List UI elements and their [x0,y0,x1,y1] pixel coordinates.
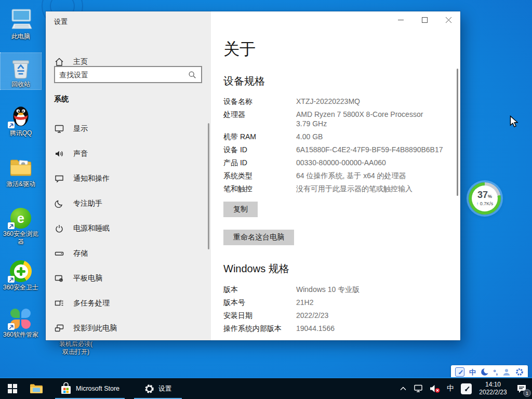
taskbar-microsoft-store[interactable]: Microsoft Store [54,378,126,399]
spec-row: 笔和触控没有可用于此显示器的笔或触控输入 [223,184,447,193]
shortcut-arrow-icon [8,323,15,330]
sidebar-scrollbar[interactable] [208,123,209,249]
sidebar-nav: 显示 声音 通知和操作 专注助手 电源和睡眠 [46,116,211,341]
device-spec-title: 设备规格 [223,74,265,88]
tray-date: 2022/2/23 [479,389,507,396]
taskbar-app-label: Microsoft Store [76,385,119,392]
shortcut-arrow-icon [8,222,15,229]
sound-icon [54,149,64,159]
settings-window: 设置 主页 系统 显示 [46,11,460,340]
tray-chevron-up[interactable] [395,378,411,399]
spec-row: 设备 ID6A15880F-C4E2-47F9-BF59-F4B8890B6B1… [223,145,447,154]
spec-row: 版本号21H2 [223,298,447,307]
ime-moon-icon[interactable] [481,368,489,376]
start-button[interactable] [0,378,25,399]
desktop-icon-360-browser[interactable]: e 360安全浏览器 [1,205,41,246]
taskbar-app-label: 设置 [158,384,171,393]
tray-ime-speed-icon[interactable] [458,378,475,399]
minimize-button[interactable] [389,11,413,28]
desktop-icon-360-software-manager[interactable]: 360软件管家 [1,305,41,339]
spec-row: 版本Windows 10 专业版 [223,285,447,294]
sidebar-item-focus-assist[interactable]: 专注助手 [46,191,211,216]
taskbar: Microsoft Store 设置 [0,377,532,399]
taskbar-settings[interactable]: 设置 [133,378,183,399]
sidebar-item-label: 主页 [73,57,88,66]
multitasking-icon [54,298,64,309]
search-icon[interactable] [188,70,197,79]
desktop-icon-activate-folder[interactable]: 激活&驱动 [1,155,41,188]
ime-settings-gear-icon[interactable] [515,368,524,376]
360-software-manager-icon [1,305,41,329]
windows-spec-title: Windows 规格 [223,262,289,276]
system-tray: 中 14:102022/2/23 1 [395,378,532,399]
spec-row: 机带 RAM4.00 GB [223,132,447,141]
copy-button[interactable]: 复制 [223,202,258,217]
desktop-icon-label: 腾讯QQ [1,129,41,137]
desktop-icon-label: 装机后必读(双击打开) [50,340,102,356]
window-controls [389,11,460,28]
sidebar-item-projecting[interactable]: 投影到此电脑 [46,316,211,341]
notification-count-badge: 1 [523,389,531,397]
file-explorer-icon [30,383,43,394]
windows-spec-rows: 版本Windows 10 专业版 版本号21H2 安装日期2022/2/23 操… [223,285,447,337]
rename-pc-button[interactable]: 重命名这台电脑 [223,230,294,245]
tray-network-icon[interactable] [411,378,427,399]
qq-icon [1,104,41,128]
ime-speed-icon[interactable] [455,367,464,377]
settings-search-box[interactable] [54,66,202,83]
power-icon [54,223,64,234]
desktop-icon-360-safeguard[interactable]: 360安全卫士 [1,258,41,291]
sidebar-item-notifications[interactable]: 通知和操作 [46,166,211,191]
spec-row: 系统类型64 位操作系统, 基于 x64 的处理器 [223,171,447,180]
desktop-icon-label: 此电脑 [1,33,41,41]
storage-icon [54,248,64,259]
tray-ime-mode[interactable]: 中 [443,378,458,399]
sidebar-item-tablet[interactable]: 平板电脑 [46,266,211,291]
sidebar-item-display[interactable]: 显示 [46,116,211,141]
page-title: 关于 [223,38,256,60]
search-input[interactable] [55,71,188,79]
folder-icon [1,155,41,179]
desktop-icon-label: 回收站 [1,81,41,88]
tray-clock[interactable]: 14:102022/2/23 [475,378,511,399]
recycle-bin-icon [1,55,41,79]
desktop-icon-label: 激活&驱动 [1,180,41,188]
maximize-button[interactable] [413,11,436,28]
close-button[interactable] [436,11,460,28]
home-icon [54,57,64,67]
sidebar-item-storage[interactable]: 存储 [46,241,211,266]
microsoft-store-icon [60,382,72,395]
360-speed-ball[interactable]: 37% ↑ 0.7K/s [469,182,501,215]
settings-sidebar: 设置 主页 系统 显示 [46,11,211,340]
tray-time: 14:10 [479,381,507,389]
tray-volume-muted-icon[interactable] [427,378,443,399]
spec-row: 处理器AMD Ryzen 7 5800X 8-Core Processor 3.… [223,110,447,128]
360-safeguard-icon [1,258,41,282]
desktop-icon-label: 360安全卫士 [1,284,41,291]
ime-punctuation-toggle[interactable]: °, [493,369,498,376]
desktop-icon-qq[interactable]: 腾讯QQ [1,104,41,137]
action-center-button[interactable]: 1 [511,378,532,399]
ime-user-icon[interactable] [502,368,511,376]
desktop-icon-recycle-bin[interactable]: 回收站 [1,53,41,89]
taskbar-file-explorer[interactable] [25,378,48,399]
device-spec-rows: 设备名称XTZJ-20220223MQ 处理器AMD Ryzen 7 5800X… [223,97,447,197]
spec-row: 操作系统内部版本19044.1566 [223,324,447,333]
spec-row: 安装日期2022/2/23 [223,311,447,320]
speed-ball-percent: 37 [477,190,488,200]
desktop-icon-readme[interactable]: 装机后必读(双击打开) [50,339,102,356]
speed-ball-rate: 0.7K/s [480,201,494,206]
desktop-icon-this-pc[interactable]: 此电脑 [1,7,41,41]
sidebar-section-title: 系统 [54,95,69,104]
shortcut-arrow-icon [8,276,15,283]
sidebar-item-multitasking[interactable]: 多任务处理 [46,291,211,316]
notifications-icon [54,174,64,184]
sidebar-item-sound[interactable]: 声音 [46,141,211,166]
moon-icon [54,198,64,209]
settings-gear-icon [144,384,154,394]
main-scrollbar[interactable] [457,69,458,196]
speed-ball-face: 37% ↑ 0.7K/s [472,185,498,211]
tablet-icon [54,273,64,284]
ime-mode-toggle[interactable]: 中 [469,369,476,376]
sidebar-item-power-sleep[interactable]: 电源和睡眠 [46,216,211,241]
